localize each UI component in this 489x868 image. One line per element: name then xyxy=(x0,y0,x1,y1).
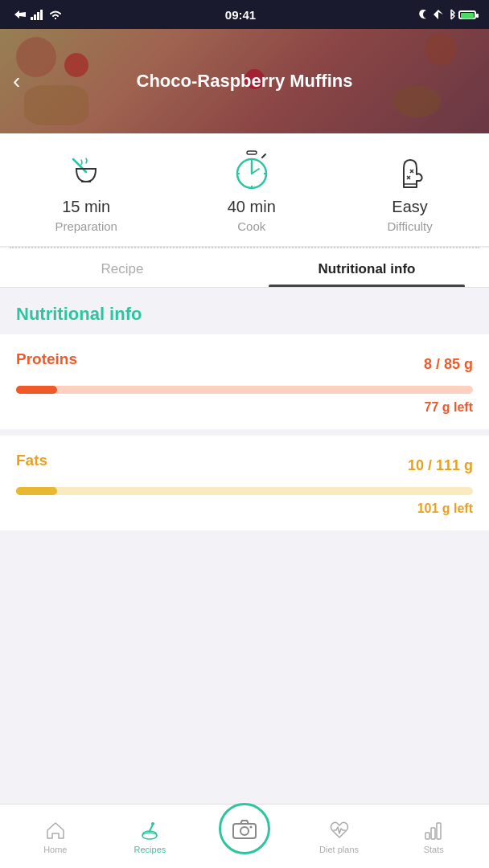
tab-recipe[interactable]: Recipe xyxy=(0,248,244,287)
fats-value: 10 / 111 g xyxy=(408,457,473,474)
recipes-icon xyxy=(138,819,161,841)
svg-point-21 xyxy=(142,833,157,839)
content-area: Nutritional info Proteins 8 / 85 g 77 g … xyxy=(0,288,489,530)
svg-point-26 xyxy=(249,825,252,828)
proteins-progress-fill xyxy=(16,386,57,394)
svg-rect-2 xyxy=(37,12,39,20)
nutritional-title: Nutritional info xyxy=(16,304,142,324)
nav-recipes[interactable]: Recipes xyxy=(103,813,198,861)
nav-camera-wrapper xyxy=(197,811,292,862)
fats-label: Fats xyxy=(16,452,47,469)
svg-rect-3 xyxy=(40,10,43,20)
svg-line-4 xyxy=(73,159,86,172)
difficulty-item: Easy Difficulty xyxy=(386,149,434,233)
nutritional-section-header: Nutritional info xyxy=(0,288,489,334)
svg-rect-29 xyxy=(437,823,441,839)
cook-time-value: 40 min xyxy=(228,198,276,216)
proteins-card: Proteins 8 / 85 g 77 g left xyxy=(0,334,489,429)
prep-time-label: Preparation xyxy=(55,219,117,233)
location-icon xyxy=(433,9,444,20)
tab-nutritional[interactable]: Nutritional info xyxy=(244,248,489,287)
svg-rect-0 xyxy=(31,17,33,20)
home-icon xyxy=(44,819,67,841)
diet-icon xyxy=(328,819,351,841)
proteins-left: 77 g left xyxy=(425,400,473,414)
camera-icon xyxy=(232,818,257,839)
difficulty-icon xyxy=(386,149,434,191)
fats-left: 101 g left xyxy=(417,502,473,515)
nav-diet[interactable]: Diet plans xyxy=(292,813,387,861)
svg-line-22 xyxy=(150,825,153,831)
nav-stats[interactable]: Stats xyxy=(386,813,481,861)
bottom-nav: Home Recipes xyxy=(0,804,489,868)
status-right xyxy=(418,9,476,20)
status-time: 09:41 xyxy=(225,8,256,22)
signal-icon xyxy=(31,9,45,20)
tabs: Recipe Nutritional info xyxy=(0,248,489,288)
status-left xyxy=(13,9,63,20)
prep-time-value: 15 min xyxy=(62,198,110,216)
stats-icon xyxy=(422,819,445,841)
nav-camera[interactable] xyxy=(219,803,270,854)
proteins-label: Proteins xyxy=(16,350,77,368)
proteins-value: 8 / 85 g xyxy=(424,356,473,373)
nav-home[interactable]: Home xyxy=(8,813,103,861)
svg-rect-1 xyxy=(34,14,36,20)
fats-row: Fats 10 / 111 g xyxy=(16,452,473,479)
cook-time-label: Cook xyxy=(237,219,265,233)
prep-time-item: 15 min Preparation xyxy=(55,149,117,233)
cook-icon xyxy=(228,149,276,191)
mitt-icon xyxy=(389,150,431,190)
hero-image: ‹ Choco-Raspberry Muffins xyxy=(0,29,489,133)
status-bar: 09:41 xyxy=(0,0,489,29)
recipe-title: Choco-Raspberry Muffins xyxy=(137,71,353,92)
svg-line-8 xyxy=(262,154,265,158)
proteins-row: Proteins 8 / 85 g xyxy=(16,350,473,378)
svg-rect-24 xyxy=(233,824,256,838)
fats-progress-track xyxy=(16,487,473,495)
proteins-progress-track xyxy=(16,386,473,394)
battery-icon xyxy=(458,10,476,19)
timer-icon xyxy=(232,149,272,191)
meta-row: 15 min Preparation 40 min xyxy=(0,133,489,247)
diet-nav-label: Diet plans xyxy=(319,845,359,854)
bowl-icon xyxy=(64,151,109,190)
prep-icon xyxy=(62,149,110,191)
airplane-icon xyxy=(13,9,27,20)
bluetooth-icon xyxy=(447,9,455,20)
difficulty-value: Easy xyxy=(392,198,427,216)
fats-progress-fill xyxy=(16,487,57,495)
moon-icon xyxy=(418,9,429,20)
difficulty-label: Difficulty xyxy=(387,219,432,233)
svg-rect-27 xyxy=(425,833,429,839)
cook-time-item: 40 min Cook xyxy=(228,149,276,233)
back-button[interactable]: ‹ xyxy=(13,68,20,94)
wifi-icon xyxy=(48,9,63,20)
home-nav-label: Home xyxy=(43,845,67,854)
recipes-nav-label: Recipes xyxy=(134,845,166,854)
stats-nav-label: Stats xyxy=(424,845,444,854)
svg-rect-28 xyxy=(431,828,435,839)
svg-point-25 xyxy=(240,827,249,835)
fats-card: Fats 10 / 111 g 101 g left xyxy=(0,436,489,530)
svg-point-23 xyxy=(151,822,154,825)
svg-rect-7 xyxy=(247,151,257,154)
